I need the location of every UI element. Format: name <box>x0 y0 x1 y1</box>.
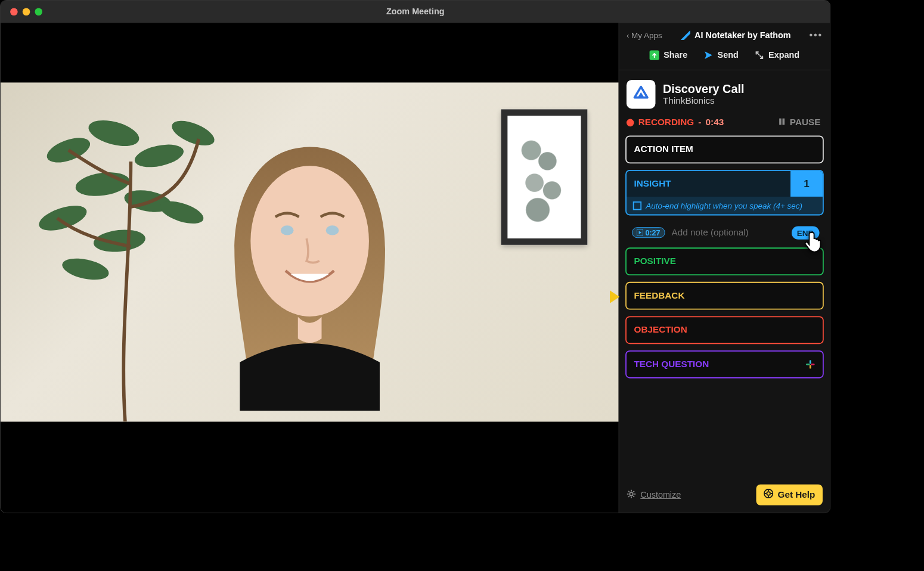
pause-label: PAUSE <box>790 117 821 128</box>
play-icon <box>637 229 643 236</box>
wall-art-decor <box>501 110 588 246</box>
note-timestamp-pill[interactable]: 0:27 <box>632 227 665 238</box>
highlight-pointer-icon <box>610 290 619 303</box>
svg-point-6 <box>36 200 89 235</box>
auto-end-toggle[interactable]: Auto-end highlight when you speak (4+ se… <box>627 197 823 215</box>
window-title: Zoom Meeting <box>386 7 444 17</box>
cursor-hand-icon <box>802 229 827 254</box>
tag-insight-label: INSIGHT <box>627 171 678 197</box>
titlebar: Zoom Meeting <box>1 1 830 23</box>
tag-action-item-button[interactable]: ACTION ITEM <box>625 135 824 163</box>
tag-insight-count: 1 <box>790 171 823 197</box>
recording-separator: - <box>698 117 701 128</box>
checkbox-icon <box>633 201 641 210</box>
more-menu-button[interactable]: ••• <box>810 29 823 41</box>
get-help-label: Get Help <box>778 489 816 500</box>
fathom-logo-icon <box>681 30 690 40</box>
tag-objection-label: OBJECTION <box>634 325 687 336</box>
recording-time: 0:43 <box>706 117 724 128</box>
svg-point-1 <box>86 115 142 150</box>
get-help-button[interactable]: Get Help <box>756 485 823 505</box>
minimize-window-button[interactable] <box>23 8 30 15</box>
svg-point-4 <box>74 169 131 198</box>
svg-rect-16 <box>810 360 811 364</box>
tag-positive-button[interactable]: POSITIVE <box>625 247 824 275</box>
svg-rect-17 <box>806 364 810 365</box>
tag-positive-label: POSITIVE <box>634 256 677 267</box>
customize-label: Customize <box>640 490 681 499</box>
app-window: Zoom Meeting <box>0 0 830 513</box>
share-button[interactable]: Share <box>650 51 687 60</box>
auto-end-label: Auto-end highlight when you speak (4+ se… <box>646 201 802 210</box>
meeting-header: Discovery Call ThinkBionics <box>619 70 830 114</box>
help-icon <box>764 489 773 501</box>
tag-insight-button[interactable]: INSIGHT 1 Auto-end highlight when you sp… <box>625 170 824 215</box>
maximize-window-button[interactable] <box>35 8 42 15</box>
customize-link[interactable]: Customize <box>627 489 681 501</box>
svg-rect-13 <box>779 119 782 125</box>
recording-status: RECORDING - 0:43 <box>627 117 724 128</box>
share-icon <box>650 51 659 60</box>
close-window-button[interactable] <box>10 8 18 15</box>
meeting-company: ThinkBionics <box>663 96 744 107</box>
pause-icon <box>778 117 786 128</box>
expand-label: Expand <box>768 51 799 60</box>
gear-icon <box>627 489 636 501</box>
fathom-sidebar: ‹ My Apps AI Notetaker by Fathom ••• S <box>618 23 830 513</box>
recording-label: RECORDING <box>638 117 694 128</box>
meeting-title: Discovery Call <box>663 82 744 96</box>
note-input[interactable] <box>669 224 787 241</box>
svg-point-22 <box>767 492 770 495</box>
chevron-left-icon: ‹ <box>627 30 629 39</box>
svg-rect-14 <box>782 119 785 125</box>
video-area <box>1 23 619 513</box>
tag-feedback-button[interactable]: FEEDBACK <box>625 282 824 310</box>
svg-point-12 <box>325 225 339 235</box>
recording-dot-icon <box>627 119 634 127</box>
window-controls <box>1 8 42 15</box>
back-label: My Apps <box>631 30 662 39</box>
participant-avatar <box>139 110 479 422</box>
tag-objection-button[interactable]: OBJECTION <box>625 316 824 344</box>
send-icon <box>703 51 713 60</box>
share-label: Share <box>663 51 687 60</box>
main-content: ‹ My Apps AI Notetaker by Fathom ••• S <box>1 23 830 513</box>
app-title: AI Notetaker by Fathom <box>681 30 791 40</box>
svg-rect-19 <box>811 364 814 365</box>
pause-button[interactable]: PAUSE <box>778 117 820 128</box>
svg-point-9 <box>60 255 111 283</box>
svg-point-11 <box>280 225 293 235</box>
tag-tech-question-label: TECH QUESTION <box>634 359 709 370</box>
tag-tech-question-button[interactable]: TECH QUESTION <box>625 350 824 378</box>
expand-button[interactable]: Expand <box>755 51 799 60</box>
svg-point-10 <box>250 166 369 316</box>
svg-rect-18 <box>810 365 811 368</box>
note-timestamp: 0:27 <box>645 228 660 237</box>
svg-point-20 <box>630 492 632 495</box>
company-logo <box>627 80 656 109</box>
tag-feedback-label: FEEDBACK <box>634 290 685 301</box>
note-row: 0:27 END <box>625 222 824 241</box>
participant-video[interactable] <box>1 82 619 421</box>
back-to-apps-button[interactable]: ‹ My Apps <box>627 30 662 39</box>
send-label: Send <box>718 51 739 60</box>
app-name-label: AI Notetaker by Fathom <box>694 30 790 40</box>
send-button[interactable]: Send <box>703 51 739 60</box>
slack-icon <box>805 359 815 369</box>
expand-icon <box>755 51 764 60</box>
tag-action-item-label: ACTION ITEM <box>634 144 693 155</box>
